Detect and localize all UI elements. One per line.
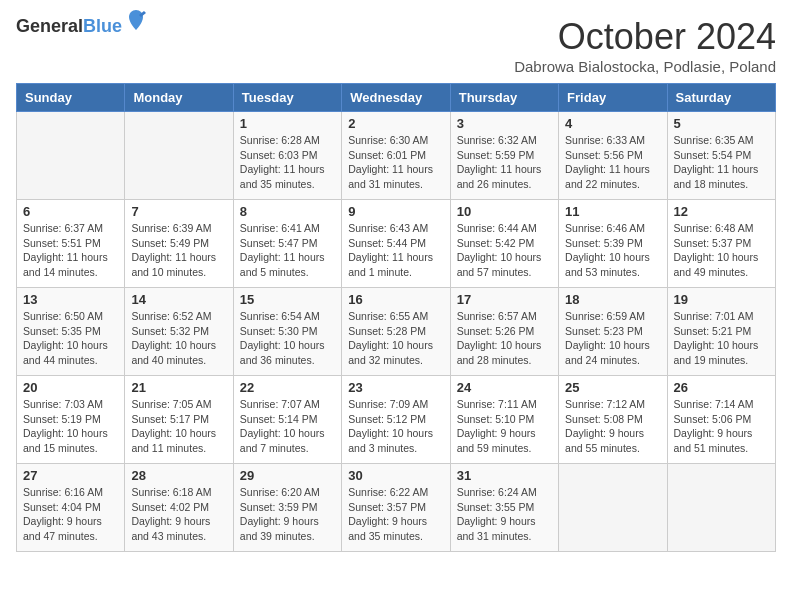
- calendar-cell: 16Sunrise: 6:55 AMSunset: 5:28 PMDayligh…: [342, 288, 450, 376]
- calendar-cell: [667, 464, 775, 552]
- day-number: 30: [348, 468, 443, 483]
- calendar-cell: 9Sunrise: 6:43 AMSunset: 5:44 PMDaylight…: [342, 200, 450, 288]
- logo-general: General: [16, 16, 83, 36]
- day-number: 29: [240, 468, 335, 483]
- weekday-header-tuesday: Tuesday: [233, 84, 341, 112]
- day-number: 25: [565, 380, 660, 395]
- day-info: Sunrise: 6:52 AMSunset: 5:32 PMDaylight:…: [131, 309, 226, 368]
- day-info: Sunrise: 6:54 AMSunset: 5:30 PMDaylight:…: [240, 309, 335, 368]
- calendar-cell: 6Sunrise: 6:37 AMSunset: 5:51 PMDaylight…: [17, 200, 125, 288]
- day-info: Sunrise: 7:01 AMSunset: 5:21 PMDaylight:…: [674, 309, 769, 368]
- day-info: Sunrise: 6:20 AMSunset: 3:59 PMDaylight:…: [240, 485, 335, 544]
- day-info: Sunrise: 6:22 AMSunset: 3:57 PMDaylight:…: [348, 485, 443, 544]
- day-info: Sunrise: 6:35 AMSunset: 5:54 PMDaylight:…: [674, 133, 769, 192]
- calendar-cell: 28Sunrise: 6:18 AMSunset: 4:02 PMDayligh…: [125, 464, 233, 552]
- calendar-cell: 15Sunrise: 6:54 AMSunset: 5:30 PMDayligh…: [233, 288, 341, 376]
- calendar-cell: 21Sunrise: 7:05 AMSunset: 5:17 PMDayligh…: [125, 376, 233, 464]
- day-info: Sunrise: 7:05 AMSunset: 5:17 PMDaylight:…: [131, 397, 226, 456]
- day-info: Sunrise: 6:16 AMSunset: 4:04 PMDaylight:…: [23, 485, 118, 544]
- day-info: Sunrise: 6:48 AMSunset: 5:37 PMDaylight:…: [674, 221, 769, 280]
- calendar-cell: 12Sunrise: 6:48 AMSunset: 5:37 PMDayligh…: [667, 200, 775, 288]
- day-number: 26: [674, 380, 769, 395]
- title-area: October 2024 Dabrowa Bialostocka, Podlas…: [514, 16, 776, 75]
- calendar-cell: 3Sunrise: 6:32 AMSunset: 5:59 PMDaylight…: [450, 112, 558, 200]
- day-info: Sunrise: 6:32 AMSunset: 5:59 PMDaylight:…: [457, 133, 552, 192]
- calendar-cell: 25Sunrise: 7:12 AMSunset: 5:08 PMDayligh…: [559, 376, 667, 464]
- day-info: Sunrise: 7:12 AMSunset: 5:08 PMDaylight:…: [565, 397, 660, 456]
- day-number: 6: [23, 204, 118, 219]
- calendar-cell: 19Sunrise: 7:01 AMSunset: 5:21 PMDayligh…: [667, 288, 775, 376]
- calendar-cell: 30Sunrise: 6:22 AMSunset: 3:57 PMDayligh…: [342, 464, 450, 552]
- calendar-cell: [17, 112, 125, 200]
- calendar-cell: 11Sunrise: 6:46 AMSunset: 5:39 PMDayligh…: [559, 200, 667, 288]
- day-number: 18: [565, 292, 660, 307]
- calendar-cell: 7Sunrise: 6:39 AMSunset: 5:49 PMDaylight…: [125, 200, 233, 288]
- day-number: 10: [457, 204, 552, 219]
- day-info: Sunrise: 6:24 AMSunset: 3:55 PMDaylight:…: [457, 485, 552, 544]
- day-number: 16: [348, 292, 443, 307]
- day-number: 27: [23, 468, 118, 483]
- day-info: Sunrise: 6:28 AMSunset: 6:03 PMDaylight:…: [240, 133, 335, 192]
- day-info: Sunrise: 6:30 AMSunset: 6:01 PMDaylight:…: [348, 133, 443, 192]
- day-number: 2: [348, 116, 443, 131]
- day-number: 5: [674, 116, 769, 131]
- weekday-header-thursday: Thursday: [450, 84, 558, 112]
- day-info: Sunrise: 6:57 AMSunset: 5:26 PMDaylight:…: [457, 309, 552, 368]
- calendar-cell: 14Sunrise: 6:52 AMSunset: 5:32 PMDayligh…: [125, 288, 233, 376]
- calendar-cell: 22Sunrise: 7:07 AMSunset: 5:14 PMDayligh…: [233, 376, 341, 464]
- calendar-cell: 20Sunrise: 7:03 AMSunset: 5:19 PMDayligh…: [17, 376, 125, 464]
- day-info: Sunrise: 6:55 AMSunset: 5:28 PMDaylight:…: [348, 309, 443, 368]
- calendar-table: SundayMondayTuesdayWednesdayThursdayFrid…: [16, 83, 776, 552]
- calendar-header-row: SundayMondayTuesdayWednesdayThursdayFrid…: [17, 84, 776, 112]
- calendar-cell: 17Sunrise: 6:57 AMSunset: 5:26 PMDayligh…: [450, 288, 558, 376]
- day-info: Sunrise: 6:33 AMSunset: 5:56 PMDaylight:…: [565, 133, 660, 192]
- day-number: 9: [348, 204, 443, 219]
- calendar-cell: 29Sunrise: 6:20 AMSunset: 3:59 PMDayligh…: [233, 464, 341, 552]
- logo: GeneralBlue: [16, 16, 122, 37]
- weekday-header-saturday: Saturday: [667, 84, 775, 112]
- calendar-cell: 26Sunrise: 7:14 AMSunset: 5:06 PMDayligh…: [667, 376, 775, 464]
- day-number: 12: [674, 204, 769, 219]
- day-number: 3: [457, 116, 552, 131]
- day-info: Sunrise: 7:11 AMSunset: 5:10 PMDaylight:…: [457, 397, 552, 456]
- calendar-week-row: 20Sunrise: 7:03 AMSunset: 5:19 PMDayligh…: [17, 376, 776, 464]
- day-number: 22: [240, 380, 335, 395]
- calendar-week-row: 1Sunrise: 6:28 AMSunset: 6:03 PMDaylight…: [17, 112, 776, 200]
- day-number: 1: [240, 116, 335, 131]
- weekday-header-monday: Monday: [125, 84, 233, 112]
- calendar-cell: [125, 112, 233, 200]
- logo-blue: Blue: [83, 16, 122, 36]
- day-info: Sunrise: 6:39 AMSunset: 5:49 PMDaylight:…: [131, 221, 226, 280]
- month-title: October 2024: [514, 16, 776, 58]
- day-info: Sunrise: 6:44 AMSunset: 5:42 PMDaylight:…: [457, 221, 552, 280]
- day-number: 21: [131, 380, 226, 395]
- day-info: Sunrise: 6:41 AMSunset: 5:47 PMDaylight:…: [240, 221, 335, 280]
- day-number: 8: [240, 204, 335, 219]
- calendar-week-row: 13Sunrise: 6:50 AMSunset: 5:35 PMDayligh…: [17, 288, 776, 376]
- day-number: 23: [348, 380, 443, 395]
- day-number: 13: [23, 292, 118, 307]
- calendar-cell: 4Sunrise: 6:33 AMSunset: 5:56 PMDaylight…: [559, 112, 667, 200]
- calendar-cell: [559, 464, 667, 552]
- day-info: Sunrise: 7:09 AMSunset: 5:12 PMDaylight:…: [348, 397, 443, 456]
- calendar-cell: 18Sunrise: 6:59 AMSunset: 5:23 PMDayligh…: [559, 288, 667, 376]
- weekday-header-wednesday: Wednesday: [342, 84, 450, 112]
- day-info: Sunrise: 7:07 AMSunset: 5:14 PMDaylight:…: [240, 397, 335, 456]
- day-info: Sunrise: 6:50 AMSunset: 5:35 PMDaylight:…: [23, 309, 118, 368]
- calendar-cell: 10Sunrise: 6:44 AMSunset: 5:42 PMDayligh…: [450, 200, 558, 288]
- location-title: Dabrowa Bialostocka, Podlasie, Poland: [514, 58, 776, 75]
- day-info: Sunrise: 7:03 AMSunset: 5:19 PMDaylight:…: [23, 397, 118, 456]
- day-number: 28: [131, 468, 226, 483]
- calendar-body: 1Sunrise: 6:28 AMSunset: 6:03 PMDaylight…: [17, 112, 776, 552]
- calendar-cell: 2Sunrise: 6:30 AMSunset: 6:01 PMDaylight…: [342, 112, 450, 200]
- day-number: 4: [565, 116, 660, 131]
- calendar-cell: 23Sunrise: 7:09 AMSunset: 5:12 PMDayligh…: [342, 376, 450, 464]
- day-info: Sunrise: 6:46 AMSunset: 5:39 PMDaylight:…: [565, 221, 660, 280]
- day-info: Sunrise: 6:59 AMSunset: 5:23 PMDaylight:…: [565, 309, 660, 368]
- day-number: 17: [457, 292, 552, 307]
- day-number: 31: [457, 468, 552, 483]
- calendar-cell: 5Sunrise: 6:35 AMSunset: 5:54 PMDaylight…: [667, 112, 775, 200]
- day-number: 14: [131, 292, 226, 307]
- page-header: GeneralBlue October 2024 Dabrowa Bialost…: [16, 16, 776, 75]
- weekday-header-friday: Friday: [559, 84, 667, 112]
